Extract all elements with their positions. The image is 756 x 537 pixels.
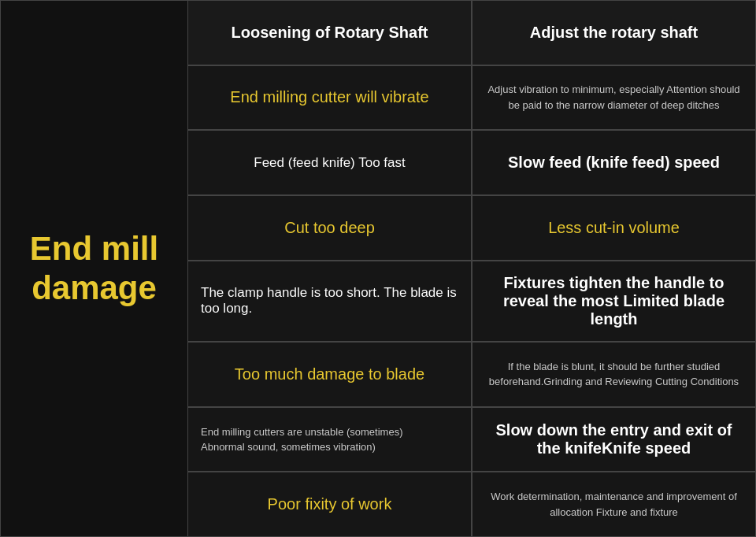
row5-col1: Too much damage to blade bbox=[187, 342, 472, 407]
row4-col1: The clamp handle is too short. The blade… bbox=[187, 261, 472, 343]
table-section: Loosening of Rotary Shaft Adjust the rot… bbox=[187, 0, 756, 537]
row5-col2: If the blade is blunt, it should be furt… bbox=[472, 342, 756, 407]
row6-col1-text: End milling cutters are unstable (someti… bbox=[201, 424, 403, 455]
row2-col1: Feed (feed knife) Too fast bbox=[187, 130, 472, 195]
row2-col2: Slow feed (knife feed) speed bbox=[472, 130, 756, 195]
row7-col2: Work determination, maintenance and impr… bbox=[472, 472, 756, 537]
row3-col1: Cut too deep bbox=[187, 195, 472, 261]
header-col2: Adjust the rotary shaft bbox=[472, 0, 756, 65]
row6-col1: End milling cutters are unstable (someti… bbox=[187, 407, 472, 472]
row4-col2: Fixtures tighten the handle to reveal th… bbox=[472, 261, 756, 343]
header-col1: Loosening of Rotary Shaft bbox=[187, 0, 472, 65]
row6-col2: Slow down the entry and exit of the knif… bbox=[472, 407, 756, 472]
page: End mill damage Loosening of Rotary Shaf… bbox=[0, 0, 756, 537]
left-column: End mill damage bbox=[0, 0, 187, 537]
row1-col2: Adjust vibration to minimum, especially … bbox=[472, 65, 756, 131]
row1-col1: End milling cutter will vibrate bbox=[187, 65, 472, 131]
row3-col2: Less cut-in volume bbox=[472, 195, 756, 261]
data-table: Loosening of Rotary Shaft Adjust the rot… bbox=[187, 0, 756, 537]
main-title: End mill damage bbox=[1, 221, 187, 317]
row7-col1: Poor fixity of work bbox=[187, 472, 472, 537]
